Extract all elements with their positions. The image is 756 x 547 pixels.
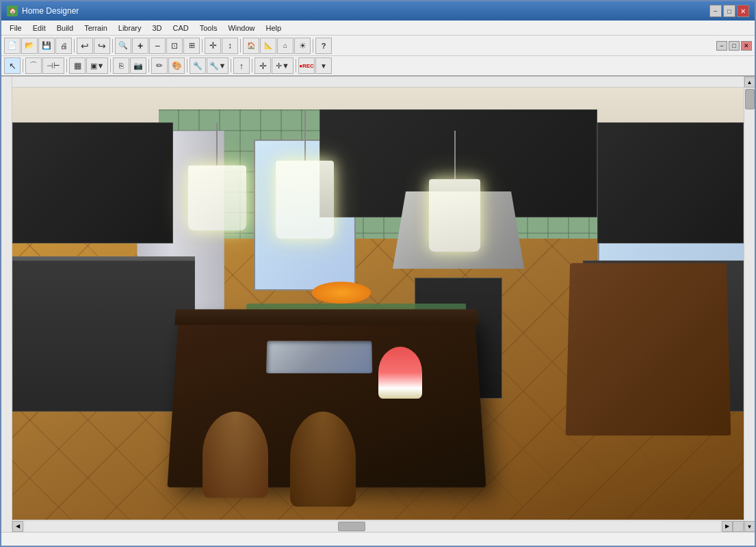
scroll-corner	[733, 521, 744, 532]
kitchen-render	[12, 88, 744, 520]
menu-item-file[interactable]: File	[4, 23, 27, 34]
sep7	[66, 59, 67, 72]
menu-item-terrain[interactable]: Terrain	[79, 23, 113, 34]
pencil-tool[interactable]: ✏	[151, 57, 168, 74]
toolbar-secondary: ↖ ⌒ ⊣⊢ ▦ ▣▼ ⎘ 📷 ✏ 🎨 🔧 🔧▼ ↑ ✛ ✛▼ ●REC ▼	[1, 56, 755, 77]
main-window: 🏠 Home Designer − □ ✕ File Edit Build Te…	[0, 0, 756, 547]
minimize-button[interactable]: −	[709, 5, 722, 17]
flower-vase	[378, 347, 422, 399]
cabinet-tool[interactable]: ▣▼	[86, 57, 108, 74]
close-button[interactable]: ✕	[737, 5, 749, 17]
sep10	[187, 59, 187, 72]
color-fill-tool[interactable]: 🎨	[168, 57, 185, 74]
zoom-out-button[interactable]: −	[149, 38, 166, 54]
vertical-scrollbar: ▲ ▼	[744, 77, 755, 532]
scroll-thumb-vertical[interactable]	[745, 89, 755, 109]
scroll-track-horizontal[interactable]	[25, 522, 720, 531]
sep6	[23, 59, 23, 72]
window-title: Home Designer	[22, 6, 79, 16]
3d-view-button[interactable]: 📐	[260, 38, 276, 54]
move-dropdown[interactable]: ✛▼	[272, 57, 294, 74]
left-ruler	[1, 77, 12, 532]
pendant-cord-3	[454, 131, 456, 179]
pendant-light-1	[188, 122, 247, 230]
menu-item-window[interactable]: Window	[222, 23, 260, 34]
dining-table	[566, 263, 731, 436]
floor-plan-button[interactable]: 🏠	[243, 38, 259, 54]
scroll-thumb-horizontal[interactable]	[338, 522, 365, 531]
menu-item-build[interactable]: Build	[51, 23, 79, 34]
nav-cross-button[interactable]: ✛	[205, 38, 221, 54]
new-button[interactable]: 📄	[4, 38, 21, 54]
inner-close[interactable]: ✕	[741, 41, 752, 51]
scroll-right-button[interactable]: ▶	[722, 521, 733, 532]
pendant-light-2	[276, 109, 335, 239]
pendant-cord-1	[216, 122, 218, 165]
undo-button[interactable]: ↩	[77, 38, 93, 54]
pendant-shade-2	[276, 161, 335, 239]
upper-cabinet-right	[597, 122, 744, 243]
sep3	[202, 39, 203, 53]
copy-tool[interactable]: ⎘	[113, 57, 129, 74]
scroll-down-button[interactable]: ▼	[744, 521, 755, 532]
menu-item-edit[interactable]: Edit	[27, 23, 51, 34]
scroll-up-button[interactable]: ▲	[744, 77, 755, 88]
save-button[interactable]: 💾	[38, 38, 55, 54]
menu-bar: File Edit Build Terrain Library 3D CAD T…	[1, 21, 755, 36]
inner-controls: − □ ✕	[716, 41, 752, 51]
block-tool[interactable]: ▦	[69, 57, 86, 74]
arc-tool[interactable]: ⌒	[25, 57, 42, 74]
menu-item-cad[interactable]: CAD	[167, 23, 194, 34]
menu-item-3d[interactable]: 3D	[146, 23, 167, 34]
viewport[interactable]	[12, 88, 744, 520]
arrow-button[interactable]: ↕	[222, 38, 238, 54]
pendant-shade-3	[429, 179, 480, 252]
select-tool[interactable]: ↖	[4, 57, 21, 74]
sep1	[74, 39, 75, 53]
camera-tool[interactable]: 📷	[130, 57, 146, 74]
pendant-light-3	[429, 131, 480, 252]
upper-cabinet-left	[12, 122, 173, 243]
pendant-shade-1	[188, 165, 247, 230]
bar-stool-1	[203, 412, 268, 498]
wrench-tool[interactable]: 🔧	[190, 57, 206, 74]
main-area: ◀ ▶ ▲ ▼	[1, 77, 755, 532]
tools-dropdown[interactable]: 🔧▼	[207, 57, 229, 74]
status-bar	[1, 532, 755, 546]
rec-button[interactable]: ●REC	[298, 57, 315, 74]
sep4	[240, 39, 241, 53]
scroll-left-button[interactable]: ◀	[12, 521, 23, 532]
scroll-track-vertical[interactable]	[744, 88, 755, 521]
inner-min[interactable]: −	[716, 41, 727, 51]
content-area: ◀ ▶	[12, 77, 744, 532]
roof-button[interactable]: ⌂	[277, 38, 294, 54]
help-button[interactable]: ?	[315, 38, 332, 54]
lower-cabinet-left	[12, 261, 195, 412]
zoom-in-button[interactable]: +	[132, 38, 148, 54]
open-button[interactable]: 📂	[21, 38, 38, 54]
title-controls: − □ ✕	[709, 5, 749, 17]
sep9	[148, 59, 149, 72]
maximize-button[interactable]: □	[723, 5, 735, 17]
sep2	[112, 39, 113, 53]
top-ruler	[12, 77, 744, 88]
menu-item-help[interactable]: Help	[261, 23, 287, 34]
zoom-search-button[interactable]: 🔍	[115, 38, 131, 54]
menu-item-tools[interactable]: Tools	[194, 23, 223, 34]
measure-tool[interactable]: ⊣⊢	[42, 57, 64, 74]
zoom-all-button[interactable]: ⊞	[183, 38, 200, 54]
sep11	[231, 59, 231, 72]
arrow-up-tool[interactable]: ↑	[233, 57, 250, 74]
menu-item-library[interactable]: Library	[113, 23, 147, 34]
island-countertop	[174, 309, 478, 325]
rec-dropdown[interactable]: ▼	[315, 57, 332, 74]
sun-button[interactable]: ☀	[294, 38, 311, 54]
inner-max[interactable]: □	[729, 41, 740, 51]
zoom-fit-button[interactable]: ⊡	[166, 38, 183, 54]
sep5	[313, 39, 313, 53]
print-button[interactable]: 🖨	[55, 38, 72, 54]
move-tool[interactable]: ✛	[255, 57, 271, 74]
app-icon: 🏠	[7, 5, 18, 16]
kitchen-sink	[266, 341, 372, 373]
redo-button[interactable]: ↪	[94, 38, 110, 54]
